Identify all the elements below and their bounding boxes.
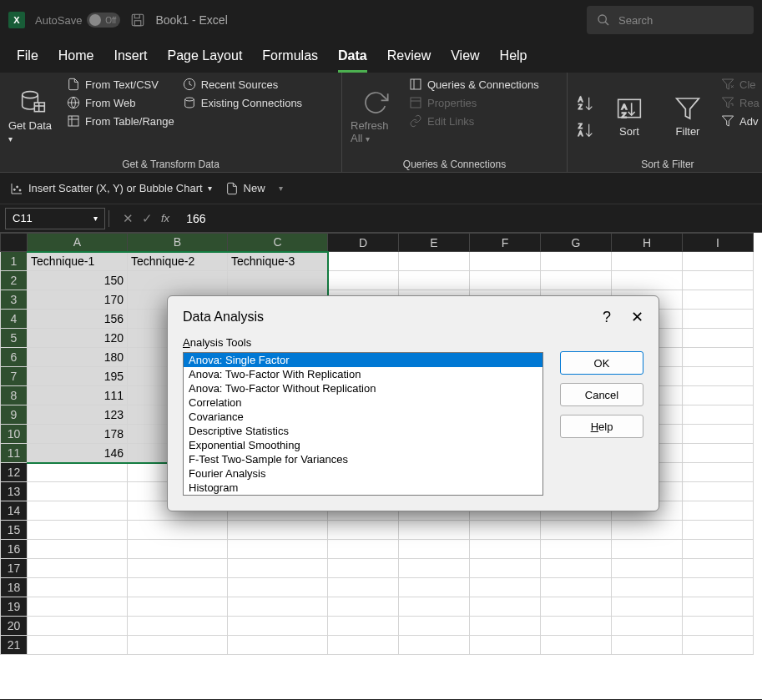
row-header-21[interactable]: 21 [1, 636, 28, 655]
dialog-help-icon[interactable]: ? [603, 309, 611, 326]
cell-I18[interactable] [683, 578, 754, 597]
cell-A21[interactable] [28, 636, 128, 655]
cell-H19[interactable] [612, 597, 683, 617]
analysis-tools-listbox[interactable]: Anova: Single FactorAnova: Two-Factor Wi… [183, 352, 543, 496]
row-header-17[interactable]: 17 [1, 559, 28, 578]
cancel-formula-icon[interactable]: ✕ [123, 211, 134, 226]
row-header-18[interactable]: 18 [1, 578, 28, 597]
qat-overflow-icon[interactable]: ▾ [279, 184, 283, 193]
cell-D20[interactable] [328, 617, 399, 636]
ok-button[interactable]: OK [560, 351, 643, 375]
cell-C15[interactable] [228, 521, 328, 540]
row-header-16[interactable]: 16 [1, 540, 28, 559]
tab-view[interactable]: View [451, 48, 479, 73]
cell-C16[interactable] [228, 540, 328, 559]
listbox-item[interactable]: Covariance [184, 410, 542, 424]
cell-C18[interactable] [228, 578, 328, 597]
listbox-item[interactable]: Exponential Smoothing [184, 438, 542, 452]
cell-G1[interactable] [541, 252, 612, 271]
cell-I7[interactable] [683, 367, 754, 386]
row-header-9[interactable]: 9 [1, 405, 28, 425]
fx-icon[interactable]: fx [161, 212, 169, 224]
cell-E15[interactable] [399, 521, 470, 540]
cell-E17[interactable] [399, 559, 470, 578]
tab-file[interactable]: File [17, 48, 38, 73]
queries-connections-button[interactable]: Queries & Connections [409, 78, 539, 91]
cell-B17[interactable] [128, 559, 228, 578]
cell-D1[interactable] [328, 252, 399, 271]
cell-E16[interactable] [399, 540, 470, 559]
cell-I8[interactable] [683, 386, 754, 405]
cell-G18[interactable] [541, 578, 612, 597]
cell-C19[interactable] [228, 597, 328, 617]
select-all-corner[interactable] [1, 234, 28, 252]
cell-E1[interactable] [399, 252, 470, 271]
cell-B1[interactable]: Technique-2 [128, 252, 228, 271]
cell-I13[interactable] [683, 482, 754, 501]
cell-G17[interactable] [541, 559, 612, 578]
row-header-5[interactable]: 5 [1, 329, 28, 348]
row-header-19[interactable]: 19 [1, 597, 28, 617]
cell-I6[interactable] [683, 348, 754, 367]
cell-D15[interactable] [328, 521, 399, 540]
scatter-chart-button[interactable]: Insert Scatter (X, Y) or Bubble Chart ▾ [10, 182, 212, 195]
col-header-E[interactable]: E [399, 234, 470, 252]
listbox-item[interactable]: Anova: Two-Factor Without Replication [184, 381, 542, 395]
cell-G21[interactable] [541, 636, 612, 655]
col-header-F[interactable]: F [470, 234, 541, 252]
cell-E2[interactable] [399, 271, 470, 290]
cell-C21[interactable] [228, 636, 328, 655]
col-header-A[interactable]: A [28, 234, 128, 252]
cell-I15[interactable] [683, 521, 754, 540]
listbox-item[interactable]: Fourier Analysis [184, 466, 542, 481]
cell-D2[interactable] [328, 271, 399, 290]
row-header-20[interactable]: 20 [1, 617, 28, 636]
cell-I5[interactable] [683, 329, 754, 348]
row-header-10[interactable]: 10 [1, 425, 28, 444]
cell-H15[interactable] [612, 521, 683, 540]
existing-connections-button[interactable]: Existing Connections [183, 96, 302, 109]
cell-C17[interactable] [228, 559, 328, 578]
cell-A1[interactable]: Technique-1 [28, 252, 128, 271]
cell-B16[interactable] [128, 540, 228, 559]
cell-A2[interactable]: 150 [28, 271, 128, 290]
cell-I11[interactable] [683, 444, 754, 463]
listbox-item[interactable]: Anova: Single Factor [184, 353, 542, 367]
save-icon[interactable] [130, 13, 145, 28]
cell-C1[interactable]: Technique-3 [228, 252, 328, 271]
row-header-1[interactable]: 1 [1, 252, 28, 271]
help-button[interactable]: Help [560, 415, 643, 438]
cell-G15[interactable] [541, 521, 612, 540]
row-header-14[interactable]: 14 [1, 501, 28, 521]
close-icon[interactable]: ✕ [631, 308, 643, 326]
cell-E21[interactable] [399, 636, 470, 655]
cell-B18[interactable] [128, 578, 228, 597]
toggle-switch[interactable]: Off [87, 13, 120, 28]
cell-F17[interactable] [470, 559, 541, 578]
tab-help[interactable]: Help [500, 48, 527, 73]
col-header-D[interactable]: D [328, 234, 399, 252]
recent-sources-button[interactable]: Recent Sources [183, 78, 302, 91]
listbox-item[interactable]: Correlation [184, 395, 542, 410]
row-header-7[interactable]: 7 [1, 367, 28, 386]
cell-H1[interactable] [612, 252, 683, 271]
listbox-item[interactable]: Histogram [184, 481, 542, 495]
cell-A3[interactable]: 170 [28, 290, 128, 310]
chevron-down-icon[interactable]: ▾ [93, 214, 98, 223]
row-header-12[interactable]: 12 [1, 463, 28, 482]
advanced-filter-button[interactable]: Adv [721, 114, 759, 128]
cell-H2[interactable] [612, 271, 683, 290]
row-header-15[interactable]: 15 [1, 521, 28, 540]
from-csv-button[interactable]: From Text/CSV [67, 78, 174, 91]
cell-F21[interactable] [470, 636, 541, 655]
cell-F15[interactable] [470, 521, 541, 540]
cell-I16[interactable] [683, 540, 754, 559]
new-file-button[interactable]: New [225, 182, 265, 195]
cell-A8[interactable]: 111 [28, 386, 128, 405]
cell-F16[interactable] [470, 540, 541, 559]
col-header-C[interactable]: C [228, 234, 328, 252]
row-header-3[interactable]: 3 [1, 290, 28, 310]
cell-D18[interactable] [328, 578, 399, 597]
cell-F1[interactable] [470, 252, 541, 271]
col-header-G[interactable]: G [541, 234, 612, 252]
